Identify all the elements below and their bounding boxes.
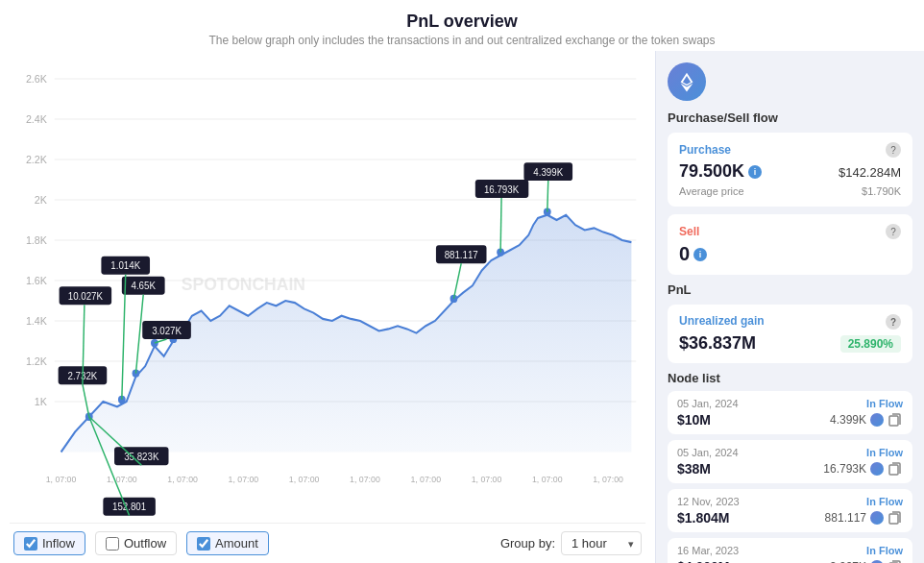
- svg-text:1.6K: 1.6K: [26, 275, 48, 286]
- sell-value: 0 i: [679, 243, 901, 265]
- node-item-values: $4.000M 3.027K: [677, 559, 903, 563]
- svg-text:881.117: 881.117: [445, 250, 478, 260]
- node-item: 05 Jan, 2024 In Flow $10M 4.399K: [668, 391, 912, 434]
- node-flow-label: In Flow: [866, 496, 903, 507]
- node-item-values: $38M 16.793K: [677, 461, 903, 477]
- outflow-label: Outflow: [124, 536, 166, 551]
- svg-text:16.793K: 16.793K: [484, 184, 519, 194]
- svg-text:SPOTONCHAIN: SPOTONCHAIN: [182, 275, 305, 295]
- svg-line-47: [83, 384, 89, 417]
- group-select-wrapper[interactable]: 1 hour 4 hours 1 day 1 week: [561, 531, 642, 555]
- svg-text:1, 07:00: 1, 07:00: [350, 475, 380, 484]
- svg-text:10.027K: 10.027K: [68, 291, 103, 302]
- pnl-pct-badge: 25.890%: [840, 335, 901, 353]
- page-header: PnL overview The below graph only includ…: [0, 0, 924, 51]
- node-amount: $4.000M: [677, 559, 729, 563]
- inflow-checkbox-input[interactable]: [24, 537, 37, 551]
- avg-price-row: Average price $1.790K: [679, 185, 901, 197]
- node-token-icon: [870, 462, 884, 476]
- sell-info-dot[interactable]: i: [693, 248, 707, 261]
- chart-controls: Inflow Outflow Amount Group by: 1 hour 4…: [10, 523, 645, 563]
- group-label: Group by:: [500, 536, 555, 551]
- pnl-main-value: $36.837M: [679, 333, 756, 354]
- avg-price-label: Average price: [679, 185, 744, 197]
- svg-text:3.027K: 3.027K: [152, 325, 182, 335]
- svg-rect-67: [889, 416, 898, 426]
- inflow-label: Inflow: [42, 536, 75, 551]
- node-flow-label: In Flow: [866, 545, 903, 556]
- outflow-checkbox-input[interactable]: [106, 537, 119, 551]
- svg-text:1, 07:00: 1, 07:00: [410, 475, 441, 484]
- node-tokens: 4.399K: [830, 412, 903, 428]
- node-item-values: $10M 4.399K: [677, 412, 903, 428]
- svg-text:1.8K: 1.8K: [26, 234, 48, 246]
- svg-text:4.65K: 4.65K: [132, 281, 157, 291]
- svg-text:1.014K: 1.014K: [110, 260, 140, 271]
- amount-checkbox[interactable]: Amount: [186, 531, 269, 555]
- outflow-checkbox[interactable]: Outflow: [95, 531, 177, 555]
- svg-rect-69: [889, 514, 898, 524]
- node-copy-icon[interactable]: [888, 510, 903, 526]
- amount-label: Amount: [215, 536, 258, 551]
- node-item: 05 Jan, 2024 In Flow $38M 16.793K: [668, 440, 912, 483]
- pnl-card: Unrealized gain ? $36.837M 25.890%: [668, 305, 912, 363]
- purchase-usd-value: $142.284M: [839, 165, 901, 180]
- svg-text:1K: 1K: [35, 396, 48, 407]
- node-copy-icon[interactable]: [888, 461, 903, 477]
- purchase-label: Purchase: [679, 143, 731, 157]
- node-flow-label: In Flow: [866, 398, 903, 409]
- sell-label: Sell: [679, 225, 699, 238]
- svg-text:2K: 2K: [35, 194, 48, 206]
- node-item-values: $1.804M 881.117: [677, 510, 903, 526]
- pnl-values: $36.837M 25.890%: [679, 333, 901, 354]
- svg-text:1.2K: 1.2K: [26, 355, 48, 367]
- group-select-dropdown[interactable]: 1 hour 4 hours 1 day 1 week: [561, 531, 642, 555]
- unrealized-label: Unrealized gain ?: [679, 314, 901, 330]
- svg-text:1, 07:00: 1, 07:00: [472, 475, 502, 484]
- svg-line-55: [500, 198, 501, 253]
- node-item: 12 Nov, 2023 In Flow $1.804M 881.117: [668, 489, 912, 532]
- node-item-header: 12 Nov, 2023 In Flow: [677, 496, 903, 507]
- chart-svg: 2.6K 2.4K 2.2K 2K 1.8K 1.6K 1.4K 1.2K 1K: [10, 59, 645, 523]
- node-date: 12 Nov, 2023: [677, 496, 740, 507]
- node-item-header: 05 Jan, 2024 In Flow: [677, 447, 903, 458]
- right-panel: Purchase/Sell flow Purchase ? 79.500K i …: [655, 51, 924, 563]
- purchase-help-icon[interactable]: ?: [886, 142, 901, 158]
- svg-text:2.4K: 2.4K: [26, 113, 48, 125]
- amount-checkbox-input[interactable]: [197, 537, 210, 551]
- node-copy-icon[interactable]: [888, 559, 903, 563]
- purchase-info-dot[interactable]: i: [748, 165, 762, 179]
- node-token-count: 16.793K: [823, 462, 866, 476]
- node-item-header: 16 Mar, 2023 In Flow: [677, 545, 903, 556]
- svg-text:1.4K: 1.4K: [26, 315, 48, 327]
- eth-icon: [676, 71, 697, 92]
- svg-text:1, 07:00: 1, 07:00: [107, 475, 137, 484]
- node-tokens: 881.117: [825, 510, 903, 526]
- svg-text:2.2K: 2.2K: [26, 154, 48, 165]
- sell-help-icon[interactable]: ?: [886, 224, 901, 239]
- node-token-icon: [870, 413, 884, 427]
- inflow-checkbox[interactable]: Inflow: [13, 531, 85, 555]
- svg-text:1, 07:00: 1, 07:00: [167, 475, 198, 484]
- purchase-values: 79.500K i $142.284M: [679, 161, 901, 182]
- purchase-sell-title: Purchase/Sell flow: [668, 110, 912, 125]
- svg-text:4.399K: 4.399K: [533, 166, 563, 177]
- purchase-card: Purchase ? 79.500K i $142.284M Average p…: [668, 133, 912, 207]
- main-content: 2.6K 2.4K 2.2K 2K 1.8K 1.6K 1.4K 1.2K 1K: [0, 51, 924, 563]
- sell-card: Sell ? 0 i: [668, 214, 912, 275]
- node-list-title: Node list: [668, 371, 912, 385]
- node-date: 05 Jan, 2024: [677, 398, 739, 409]
- purchase-card-header: Purchase ?: [679, 142, 901, 158]
- node-tokens: 3.027K: [830, 559, 903, 563]
- pnl-section: PnL Unrealized gain ? $36.837M 25.890%: [668, 282, 912, 363]
- group-select-container: Group by: 1 hour 4 hours 1 day 1 week: [500, 531, 642, 555]
- avg-price-value: $1.790K: [862, 185, 901, 197]
- node-date: 16 Mar, 2023: [677, 545, 739, 556]
- svg-rect-68: [889, 465, 898, 475]
- svg-text:1, 07:00: 1, 07:00: [593, 475, 623, 484]
- unrealized-help-icon[interactable]: ?: [886, 314, 901, 330]
- sell-card-header: Sell ?: [679, 224, 901, 239]
- svg-text:1, 07:00: 1, 07:00: [229, 475, 259, 484]
- page-subtitle: The below graph only includes the transa…: [0, 34, 924, 47]
- node-copy-icon[interactable]: [888, 412, 903, 428]
